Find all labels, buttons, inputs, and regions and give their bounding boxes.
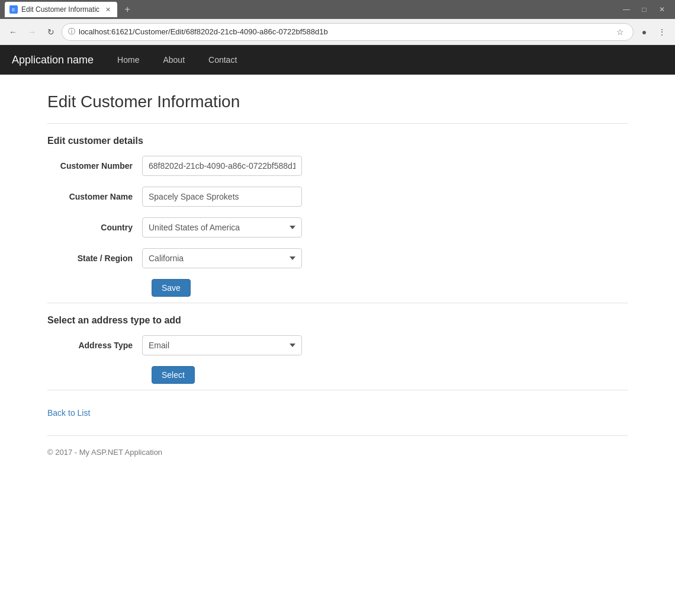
address-type-select[interactable]: Email Phone Mailing Address [142,335,302,355]
tab-close-button[interactable]: ✕ [103,5,112,14]
select-button-group: Select [152,366,628,384]
customer-number-label: Customer Number [47,161,142,171]
nav-home[interactable]: Home [111,52,145,68]
save-button-group: Save [152,279,628,297]
customer-number-group: Customer Number [47,156,628,176]
back-button[interactable]: ← [5,24,21,40]
bookmark-icon[interactable]: ☆ [613,25,627,39]
customer-name-label: Customer Name [47,192,142,201]
new-tab-button[interactable]: + [120,2,135,17]
customer-name-group: Customer Name [47,187,628,207]
middle-divider [47,303,628,303]
customer-number-input[interactable] [142,156,302,176]
app-navbar: Application name Home About Contact [0,45,675,75]
maximize-button[interactable]: □ [636,2,652,17]
footer: © 2017 - My ASP.NET Application [47,435,628,457]
country-select[interactable]: United States of America Canada United K… [142,217,302,238]
tab-favicon: E [9,5,18,14]
toolbar-right-buttons: ● ⋮ [636,24,670,40]
browser-titlebar: E Edit Customer Informatic ✕ + — □ ✕ [0,0,675,19]
address-type-group: Address Type Email Phone Mailing Address [47,335,628,355]
back-to-list-link[interactable]: Back to List [47,408,90,418]
customer-name-input[interactable] [142,187,302,207]
save-button[interactable]: Save [152,279,191,297]
page-title: Edit Customer Information [47,92,628,111]
app-brand: Application name [12,54,94,66]
browser-window: E Edit Customer Informatic ✕ + — □ ✕ ← →… [0,0,675,474]
address-bar-container: ⓘ ☆ [62,23,634,41]
select-button[interactable]: Select [152,366,195,384]
account-button[interactable]: ● [636,24,652,40]
state-group: State / Region California New York Texas… [47,248,628,268]
nav-about[interactable]: About [157,52,191,68]
close-window-button[interactable]: ✕ [654,2,670,17]
window-controls: — □ ✕ [618,2,670,17]
nav-contact[interactable]: Contact [202,52,243,68]
minimize-button[interactable]: — [618,2,635,17]
country-label: Country [47,223,142,232]
browser-toolbar: ← → ↻ ⓘ ☆ ● ⋮ [0,19,675,45]
state-select[interactable]: California New York Texas Florida [142,248,302,268]
page-content: Edit Customer Information Edit customer … [0,75,675,474]
section2-title: Select an address type to add [47,315,628,326]
lock-icon: ⓘ [68,27,75,37]
country-group: Country United States of America Canada … [47,217,628,238]
address-input[interactable] [79,27,609,36]
state-label: State / Region [47,254,142,263]
reload-button[interactable]: ↻ [43,24,59,40]
forward-button[interactable]: → [24,24,40,40]
bottom-divider [47,390,628,390]
top-divider [47,123,628,124]
more-options-button[interactable]: ⋮ [654,24,670,40]
section1-title: Edit customer details [47,136,628,146]
browser-tab[interactable]: E Edit Customer Informatic ✕ [5,2,117,17]
tab-title: Edit Customer Informatic [21,5,99,14]
address-type-label: Address Type [47,341,142,350]
